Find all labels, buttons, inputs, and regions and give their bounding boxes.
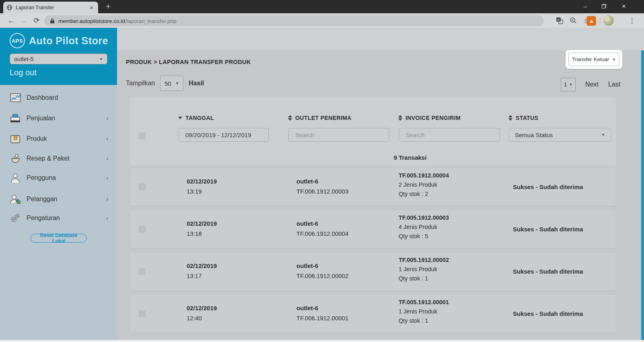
- transfer-type-value: Transfer Keluar: [572, 56, 609, 62]
- brand: APS Auto Pilot Store: [10, 33, 108, 48]
- row-qty: Qty stok : 2: [399, 191, 449, 197]
- table-row[interactable]: 02/12/201912:40 outlet-6TF.006.1912.0000…: [130, 295, 616, 333]
- row-status: Sukses - Sudah diterima: [513, 310, 583, 317]
- cash-register-icon: [10, 113, 21, 124]
- row-jenis: 4 Jenis Produk: [399, 224, 449, 230]
- logout-link[interactable]: Log out: [10, 68, 37, 77]
- pagination: 1 ▼ Next Last: [561, 78, 620, 91]
- outlet-select[interactable]: outlet-5 ▼: [10, 54, 107, 64]
- row-outlet: outlet-6: [296, 305, 348, 311]
- row-outlet-invoice: TF.006.1912.00002: [296, 272, 348, 279]
- sidebar-menu: Dashboard Penjualan › Produk › Resep & P…: [0, 85, 117, 340]
- row-checkbox[interactable]: [139, 310, 146, 317]
- transfer-type-select[interactable]: Transfer Keluar ▼: [568, 53, 619, 66]
- sidebar-header: APS Auto Pilot Store outlet-5 ▼ Log out: [0, 28, 117, 85]
- last-page-link[interactable]: Last: [608, 81, 620, 88]
- row-checkbox[interactable]: [139, 268, 146, 275]
- next-page-link[interactable]: Next: [585, 81, 599, 88]
- column-header-status[interactable]: STATUS: [508, 115, 538, 121]
- sidebar-item-label: Resep & Paket: [27, 155, 70, 162]
- outlet-search-filter[interactable]: [288, 128, 389, 142]
- row-checkbox[interactable]: [139, 183, 146, 190]
- chevron-down-icon: ▼: [99, 57, 103, 61]
- select-all-checkbox[interactable]: [139, 132, 146, 139]
- address-bar[interactable]: member.autopilotstore.co.id/laporan_tran…: [44, 15, 544, 26]
- sidebar-item-produk[interactable]: Produk ›: [0, 132, 117, 146]
- chevron-down-icon: ▼: [601, 133, 605, 137]
- sidebar-item-pengaturan[interactable]: Pengaturan ›: [0, 211, 117, 225]
- browser-menu-icon[interactable]: ⋮: [627, 15, 637, 26]
- translate-icon[interactable]: A: [554, 15, 565, 26]
- reset-database-button[interactable]: Reset Database Lokal: [31, 234, 87, 243]
- page-scrollbar[interactable]: [641, 50, 644, 342]
- column-header-outlet-penerima[interactable]: OUTLET PENERIMA: [288, 115, 352, 121]
- sidebar-item-dashboard[interactable]: Dashboard: [0, 91, 117, 105]
- row-checkbox[interactable]: [139, 226, 146, 233]
- chevron-right-icon: ›: [106, 196, 108, 202]
- row-jenis: 2 Jenis Produk: [399, 181, 449, 188]
- sort-desc-icon: [178, 117, 182, 119]
- page-size-select[interactable]: 50 ▼: [160, 76, 183, 91]
- lock-icon: [50, 18, 55, 24]
- tab-favicon-globe-icon: [6, 4, 12, 10]
- column-header-tanggal[interactable]: TANGGAL: [178, 115, 214, 121]
- sidebar-item-pengguna[interactable]: Pengguna ›: [0, 171, 117, 185]
- chevron-right-icon: ›: [106, 155, 108, 162]
- row-outlet: outlet-6: [296, 220, 348, 227]
- sidebar-item-label: Pelanggan: [27, 196, 58, 203]
- sort-both-icon: [508, 115, 512, 121]
- tab-close-icon[interactable]: ×: [88, 4, 95, 11]
- zoom-icon[interactable]: [568, 15, 578, 26]
- column-label: OUTLET PENERIMA: [295, 115, 352, 121]
- row-jenis: 1 Jenis Produk: [399, 266, 449, 272]
- reload-icon[interactable]: ⟳: [31, 14, 43, 27]
- row-qty: Qty stok : 1: [399, 317, 449, 324]
- sidebar-item-pelanggan[interactable]: Pelanggan ›: [0, 192, 117, 206]
- sidebar-item-resep-paket[interactable]: Resep & Paket ›: [0, 152, 117, 165]
- user-icon: [10, 173, 21, 183]
- status-filter-value: Semua Status: [515, 132, 553, 138]
- chevron-right-icon: ›: [106, 136, 108, 142]
- row-invoice: TF.005.1912.00004: [399, 172, 449, 179]
- status-filter-select[interactable]: Semua Status ▼: [509, 128, 611, 142]
- new-tab-button[interactable]: +: [103, 1, 114, 12]
- invoice-search-filter[interactable]: [399, 128, 500, 142]
- outlet-select-value: outlet-5: [14, 56, 33, 62]
- browser-toolbar: ← → ⟳ member.autopilotstore.co.id/lapora…: [0, 13, 644, 28]
- page-number-select[interactable]: 1 ▼: [561, 78, 576, 91]
- browser-tab[interactable]: Laporan Transfer ×: [3, 2, 98, 13]
- toolbar-separator: [600, 17, 600, 24]
- breadcrumb: PRODUK > LAPORAN TRANSFER PRODUK: [126, 59, 251, 65]
- url-domain: member.autopilotstore.co.id: [58, 18, 125, 24]
- row-time: 13:18: [187, 230, 217, 237]
- chevron-down-icon: ▼: [612, 58, 616, 62]
- column-header-invoice-pengirim[interactable]: INVOICE PENGIRIM: [398, 115, 461, 121]
- row-date: 02/12/2019: [187, 178, 217, 185]
- row-status: Sukses - Sudah diterima: [513, 226, 583, 233]
- table-row[interactable]: 02/12/201913:19 outlet-6TF.006.1912.0000…: [130, 168, 616, 206]
- sidebar-item-label: Dashboard: [27, 94, 58, 101]
- gear-icon: [10, 213, 21, 223]
- sort-both-icon: [288, 115, 292, 121]
- transaction-count: 9 Transaksi: [130, 154, 616, 161]
- brand-title: Auto Pilot Store: [29, 35, 108, 47]
- table-row[interactable]: 02/12/201913:17 outlet-6TF.006.1912.0000…: [130, 253, 616, 290]
- row-time: 13:19: [187, 188, 217, 195]
- table-row[interactable]: 02/12/201913:18 outlet-6TF.006.1912.0000…: [130, 210, 616, 248]
- sidebar-item-penjualan[interactable]: Penjualan ›: [0, 111, 117, 125]
- back-icon[interactable]: ←: [5, 14, 17, 27]
- row-invoice: TF.005.1912.00002: [399, 257, 449, 263]
- sidebar-item-label: Pengguna: [27, 174, 56, 181]
- window-restore-button[interactable]: [595, 0, 613, 12]
- date-range-filter[interactable]: [179, 128, 269, 142]
- sort-both-icon: [398, 115, 402, 121]
- show-label: Tampilkan: [126, 80, 155, 87]
- extension-icon[interactable]: a: [586, 16, 596, 26]
- profile-avatar[interactable]: [603, 15, 614, 26]
- row-date: 02/12/2019: [187, 305, 217, 311]
- transfer-type-highlight: Transfer Keluar ▼: [566, 50, 622, 69]
- window-minimize-button[interactable]: –: [576, 0, 595, 12]
- row-outlet: outlet-6: [296, 178, 348, 185]
- forward-icon[interactable]: →: [18, 14, 30, 27]
- window-close-button[interactable]: ×: [615, 0, 633, 12]
